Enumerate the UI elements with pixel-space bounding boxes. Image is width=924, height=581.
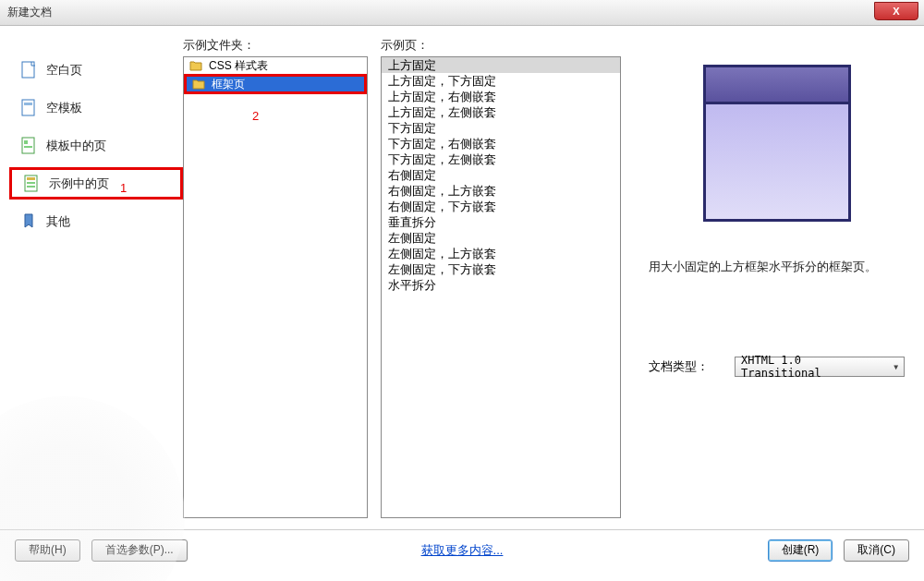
svg-rect-8	[27, 182, 35, 184]
folder-label: CSS 样式表	[209, 58, 268, 74]
folder-framesets[interactable]: 框架页	[184, 74, 367, 94]
doctype-label: 文档类型：	[649, 358, 709, 375]
folder-icon	[189, 60, 202, 71]
doctype-value: XHTML 1.0 Transitional	[741, 354, 885, 380]
template-page-icon	[20, 136, 37, 156]
category-blank-page[interactable]: 空白页	[9, 54, 183, 86]
sample-page-icon	[23, 174, 40, 194]
preview-description: 用大小固定的上方框架水平拆分的框架页。	[643, 259, 911, 275]
category-column: 空白页 空模板 模板中的页 示例中的页 其他	[9, 37, 183, 529]
footer: 帮助(H) 首选参数(P)... 获取更多内容... 创建(R) 取消(C)	[0, 529, 924, 570]
page-item[interactable]: 左侧固定，下方嵌套	[382, 261, 620, 277]
category-label: 空模板	[46, 100, 82, 116]
cancel-button[interactable]: 取消(C)	[844, 539, 909, 562]
preview-top-frame	[706, 67, 848, 104]
page-item[interactable]: 下方固定，右侧嵌套	[382, 136, 620, 151]
pages-column: 示例页： 上方固定 上方固定，下方固定 上方固定，右侧嵌套 上方固定，左侧嵌套 …	[381, 37, 621, 529]
page-item[interactable]: 上方固定	[382, 57, 620, 73]
folder-header: 示例文件夹：	[183, 37, 368, 54]
page-item[interactable]: 右侧固定，上方嵌套	[382, 183, 620, 199]
category-page-from-template[interactable]: 模板中的页	[9, 129, 183, 162]
close-icon: X	[893, 6, 899, 17]
page-item[interactable]: 垂直拆分	[382, 214, 620, 230]
svg-rect-4	[24, 140, 28, 144]
titlebar: 新建文档 X	[0, 0, 924, 26]
category-label: 空白页	[46, 62, 82, 79]
annotation-1: 1	[120, 181, 127, 195]
blank-template-icon	[20, 98, 37, 118]
page-item[interactable]: 左侧固定，上方嵌套	[382, 246, 620, 261]
svg-rect-1	[22, 100, 34, 115]
preferences-button[interactable]: 首选参数(P)...	[91, 539, 188, 562]
svg-rect-7	[27, 177, 35, 180]
create-button[interactable]: 创建(R)	[768, 539, 833, 562]
page-item[interactable]: 右侧固定，下方嵌套	[382, 199, 620, 214]
footer-center: 获取更多内容...	[421, 542, 504, 559]
folder-icon	[192, 79, 205, 90]
page-item[interactable]: 下方固定，左侧嵌套	[382, 151, 620, 167]
page-item[interactable]: 上方固定，右侧嵌套	[382, 89, 620, 104]
preview-column: 用大小固定的上方框架水平拆分的框架页。 文档类型： XHTML 1.0 Tran…	[621, 37, 911, 529]
svg-rect-3	[22, 138, 34, 153]
preview-thumbnail	[703, 65, 851, 222]
blank-page-icon	[20, 60, 37, 80]
folder-column: 示例文件夹： CSS 样式表 框架页	[183, 37, 368, 529]
folder-list: CSS 样式表 框架页	[183, 56, 368, 518]
annotation-2: 2	[252, 109, 259, 123]
page-item[interactable]: 上方固定，下方固定	[382, 73, 620, 89]
more-content-link[interactable]: 获取更多内容...	[421, 543, 504, 557]
doctype-select[interactable]: XHTML 1.0 Transitional	[735, 357, 905, 377]
pages-list: 上方固定 上方固定，下方固定 上方固定，右侧嵌套 上方固定，左侧嵌套 下方固定 …	[381, 56, 621, 518]
main-content: 空白页 空模板 模板中的页 示例中的页 其他 1 2	[0, 26, 924, 529]
doctype-row: 文档类型： XHTML 1.0 Transitional	[643, 357, 911, 377]
help-button[interactable]: 帮助(H)	[15, 539, 80, 562]
category-label: 模板中的页	[46, 138, 106, 154]
category-other[interactable]: 其他	[9, 205, 183, 237]
folder-css-styles[interactable]: CSS 样式表	[184, 57, 367, 74]
pages-header: 示例页：	[381, 37, 621, 54]
page-item[interactable]: 右侧固定	[382, 167, 620, 183]
svg-rect-5	[24, 146, 32, 148]
footer-right: 创建(R) 取消(C)	[768, 539, 909, 562]
category-label: 示例中的页	[49, 176, 109, 192]
svg-rect-9	[27, 186, 35, 188]
footer-left: 帮助(H) 首选参数(P)...	[15, 539, 188, 562]
preview-bottom-frame	[706, 104, 848, 219]
folder-label: 框架页	[212, 77, 245, 92]
page-item[interactable]: 水平拆分	[382, 277, 620, 293]
page-item[interactable]: 下方固定	[382, 120, 620, 136]
category-blank-template[interactable]: 空模板	[9, 91, 183, 124]
category-page-from-sample[interactable]: 示例中的页	[9, 167, 183, 200]
category-label: 其他	[46, 213, 70, 230]
window-title: 新建文档	[7, 5, 52, 20]
other-icon	[20, 212, 37, 232]
close-button[interactable]: X	[874, 2, 918, 20]
svg-rect-2	[24, 103, 32, 105]
page-item[interactable]: 上方固定，左侧嵌套	[382, 104, 620, 120]
page-item[interactable]: 左侧固定	[382, 230, 620, 246]
svg-rect-0	[22, 62, 34, 78]
